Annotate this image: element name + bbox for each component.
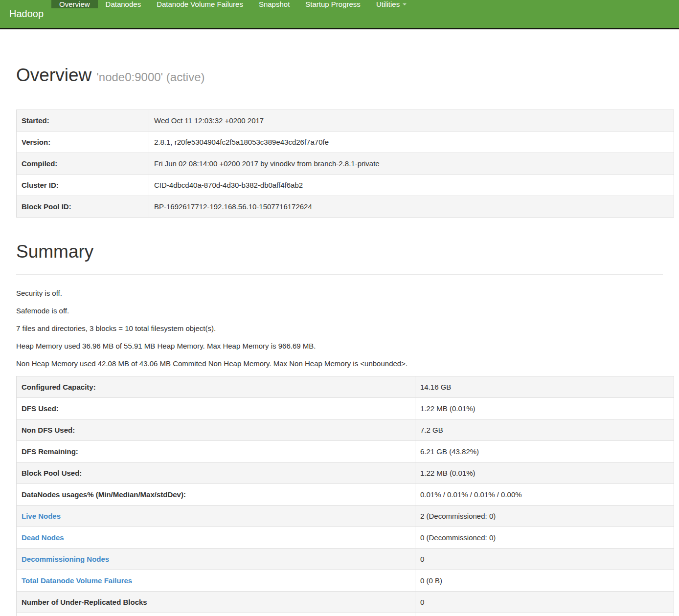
decommissioning-nodes-link[interactable]: Decommissioning Nodes [22,555,109,563]
table-row: Decommissioning Nodes 0 [17,549,674,570]
total-datanode-volume-failures-link[interactable]: Total Datanode Volume Failures [22,576,132,585]
row-label: Non DFS Used: [17,419,415,441]
overview-info-table: Started: Wed Oct 11 12:03:32 +0200 2017 … [16,110,674,218]
row-value: 1.22 MB (0.01%) [415,462,674,484]
top-navbar: Hadoop Overview Datanodes Datanode Volum… [0,0,679,29]
summary-paragraphs: Security is off. Safemode is off. 7 file… [16,288,674,369]
safemode-status-text: Safemode is off. [16,306,674,316]
page-content: Overview'node0:9000' (active) Started: W… [0,65,679,616]
table-row: DFS Remaining: 6.21 GB (43.82%) [17,441,674,462]
chevron-down-icon [403,3,407,5]
row-value: 2 (Decommissioned: 0) [415,506,674,527]
live-nodes-link[interactable]: Live Nodes [22,512,61,520]
summary-table: Configured Capacity: 14.16 GB DFS Used: … [16,376,674,616]
row-label: Version: [17,132,149,153]
table-row: Block Pool Used: 1.22 MB (0.01%) [17,462,674,484]
row-value: 14.16 GB [415,376,674,398]
row-label: Compiled: [17,153,149,175]
row-value: 7.2 GB [415,419,674,441]
table-row: Number of Blocks Pending Deletion 0 [17,613,674,616]
row-value: 0 (0 B) [415,570,674,592]
table-row: Started: Wed Oct 11 12:03:32 +0200 2017 [17,110,674,132]
nav-dropdown-utilities-label: Utilities [376,0,400,8]
row-value: Fri Jun 02 08:14:00 +0200 2017 by vinodk… [149,153,674,175]
row-value: 0 [415,592,674,613]
nav-dropdown-utilities[interactable]: Utilities [368,0,414,8]
table-row: Number of Under-Replicated Blocks 0 [17,592,674,613]
non-heap-memory-text: Non Heap Memory used 42.08 MB of 43.06 M… [16,358,674,369]
divider [16,274,663,275]
page-title-text: Overview [16,65,91,85]
row-label: DataNodes usages% (Min/Median/Max/stdDev… [17,484,415,506]
table-row: Live Nodes 2 (Decommissioned: 0) [17,506,674,527]
row-value: 1.22 MB (0.01%) [415,398,674,419]
nav-tab-startup-progress[interactable]: Startup Progress [297,0,368,8]
row-label: Cluster ID: [17,175,149,196]
brand-hadoop[interactable]: Hadoop [0,0,51,28]
table-row: Cluster ID: CID-4dbcd40a-870d-4d30-b382-… [17,175,674,196]
row-label: Number of Blocks Pending Deletion [17,613,415,616]
heap-memory-text: Heap Memory used 36.96 MB of 55.91 MB He… [16,341,674,351]
row-label: Started: [17,110,149,132]
row-label: Block Pool ID: [17,196,149,218]
row-value: CID-4dbcd40a-870d-4d30-b382-db0aff4f6ab2 [149,175,674,196]
row-value: 6.21 GB (43.82%) [415,441,674,462]
table-row: DataNodes usages% (Min/Median/Max/stdDev… [17,484,674,506]
table-row: Block Pool ID: BP-1692617712-192.168.56.… [17,196,674,218]
row-value: 0 [415,613,674,616]
table-row: Dead Nodes 0 (Decommissioned: 0) [17,527,674,549]
nav-tab-overview[interactable]: Overview [51,0,98,8]
row-value: 0.01% / 0.01% / 0.01% / 0.00% [415,484,674,506]
table-row: Total Datanode Volume Failures 0 (0 B) [17,570,674,592]
table-row: Version: 2.8.1, r20fe5304904fc2f5a18053c… [17,132,674,153]
dead-nodes-link[interactable]: Dead Nodes [22,533,64,542]
summary-title: Summary [16,242,674,262]
filesystem-objects-text: 7 files and directories, 3 blocks = 10 t… [16,323,674,333]
security-status-text: Security is off. [16,288,674,298]
row-label: DFS Used: [17,398,415,419]
row-label: Configured Capacity: [17,376,415,398]
nav-tab-datanode-volume-failures[interactable]: Datanode Volume Failures [149,0,251,8]
row-value: 2.8.1, r20fe5304904fc2f5a18053c389e43cd2… [149,132,674,153]
row-label: Block Pool Used: [17,462,415,484]
row-value: Wed Oct 11 12:03:32 +0200 2017 [149,110,674,132]
nav-tab-snapshot[interactable]: Snapshot [251,0,297,8]
row-label: Number of Under-Replicated Blocks [17,592,415,613]
page-subtitle: 'node0:9000' (active) [96,70,204,84]
table-row: Non DFS Used: 7.2 GB [17,419,674,441]
divider [16,99,663,99]
table-row: Compiled: Fri Jun 02 08:14:00 +0200 2017… [17,153,674,175]
page-title: Overview'node0:9000' (active) [16,65,674,88]
row-value: 0 [415,549,674,570]
nav-list: Overview Datanodes Datanode Volume Failu… [51,0,414,28]
table-row: Configured Capacity: 14.16 GB [17,376,674,398]
table-row: DFS Used: 1.22 MB (0.01%) [17,398,674,419]
row-label: DFS Remaining: [17,441,415,462]
nav-tab-datanodes[interactable]: Datanodes [98,0,149,8]
row-value: 0 (Decommissioned: 0) [415,527,674,549]
row-value: BP-1692617712-192.168.56.10-150771617262… [149,196,674,218]
